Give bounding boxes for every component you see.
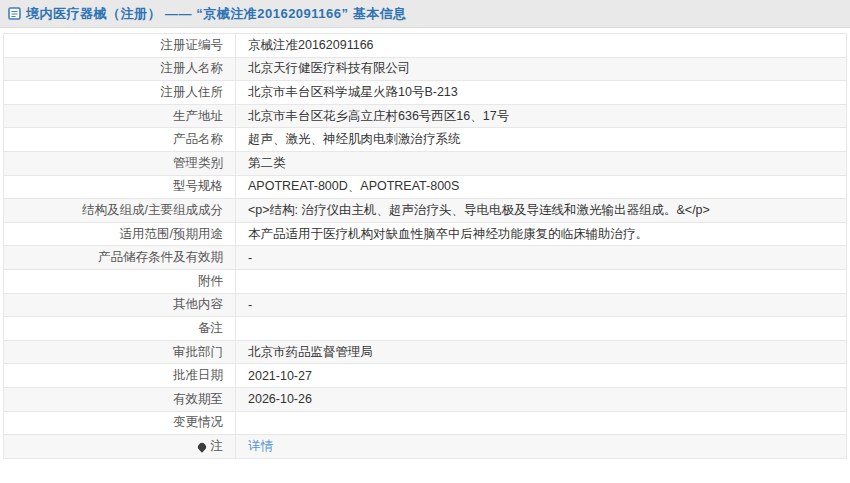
row-value: 京械注准20162091166 xyxy=(236,34,847,58)
row-value: 北京市药品监督管理局 xyxy=(236,340,847,364)
row-label: 注册人住所 xyxy=(4,81,236,105)
row-label: 附件 xyxy=(4,269,236,293)
table-row: 生产地址 北京市丰台区花乡高立庄村636号西区16、17号 xyxy=(4,104,847,128)
row-label: 产品名称 xyxy=(4,128,236,152)
row-label-text: 适用范围/预期用途 xyxy=(120,227,223,241)
page-title: 境内医疗器械（注册） —— “京械注准20162091166” 基本信息 xyxy=(26,5,407,23)
row-label: 适用范围/预期用途 xyxy=(4,222,236,246)
row-value: 本产品适用于医疗机构对缺血性脑卒中后神经功能康复的临床辅助治疗。 xyxy=(236,222,847,246)
table-row: 附件 xyxy=(4,269,847,293)
row-label: 变更情况 xyxy=(4,411,236,435)
row-label-text: 注册人住所 xyxy=(161,85,224,99)
row-value xyxy=(236,269,847,293)
row-label: 其他内容 xyxy=(4,293,236,317)
row-label-text: 注册证编号 xyxy=(161,38,224,52)
row-label: 产品储存条件及有效期 xyxy=(4,246,236,270)
table-row: 管理类别 第二类 xyxy=(4,151,847,175)
row-label: 有效期至 xyxy=(4,387,236,411)
row-label-text: 管理类别 xyxy=(173,156,223,170)
row-value: 第二类 xyxy=(236,151,847,175)
row-label-text: 产品储存条件及有效期 xyxy=(98,250,223,264)
table-row: 审批部门 北京市药品监督管理局 xyxy=(4,340,847,364)
detail-link[interactable]: 详情 xyxy=(248,439,273,453)
row-label: 管理类别 xyxy=(4,151,236,175)
row-label: 备注 xyxy=(4,317,236,341)
table-row: 注册证编号 京械注准20162091166 xyxy=(4,34,847,58)
row-value: 北京市丰台区花乡高立庄村636号西区16、17号 xyxy=(236,104,847,128)
row-label-text: 结构及组成/主要组成成分 xyxy=(82,203,223,217)
table-row: 注册人名称 北京天行健医疗科技有限公司 xyxy=(4,57,847,81)
row-value: 2021-10-27 xyxy=(236,364,847,388)
table-row: 有效期至 2026-10-26 xyxy=(4,387,847,411)
table-row: 其他内容 - xyxy=(4,293,847,317)
row-value: <p>结构: 治疗仪由主机、超声治疗头、导电电极及导连线和激光输出器组成。&</… xyxy=(236,199,847,223)
table-row: 注册人住所 北京市丰台区科学城星火路10号B-213 xyxy=(4,81,847,105)
row-value: 超声、激光、神经肌肉电刺激治疗系统 xyxy=(236,128,847,152)
row-label: 生产地址 xyxy=(4,104,236,128)
table-row: 产品名称 超声、激光、神经肌肉电刺激治疗系统 xyxy=(4,128,847,152)
table-row: 适用范围/预期用途 本产品适用于医疗机构对缺血性脑卒中后神经功能康复的临床辅助治… xyxy=(4,222,847,246)
row-label: 型号规格 xyxy=(4,175,236,199)
document-icon xyxy=(8,7,21,20)
row-label-text: 注 xyxy=(211,439,224,453)
row-label-text: 批准日期 xyxy=(173,368,223,382)
row-label-text: 产品名称 xyxy=(173,132,223,146)
table-row: 型号规格 APOTREAT-800D、APOTREAT-800S xyxy=(4,175,847,199)
row-value: 2026-10-26 xyxy=(236,387,847,411)
row-value: 北京天行健医疗科技有限公司 xyxy=(236,57,847,81)
row-value: - xyxy=(236,246,847,270)
row-label-text: 有效期至 xyxy=(173,392,223,406)
row-label-text: 型号规格 xyxy=(173,179,223,193)
row-value: 北京市丰台区科学城星火路10号B-213 xyxy=(236,81,847,105)
row-label-text: 生产地址 xyxy=(173,109,223,123)
row-label: 注册人名称 xyxy=(4,57,236,81)
pin-icon xyxy=(196,441,207,452)
row-label: 注 xyxy=(4,435,236,459)
row-value: - xyxy=(236,293,847,317)
row-label: 批准日期 xyxy=(4,364,236,388)
table-row: 注 详情 xyxy=(4,435,847,459)
row-value: APOTREAT-800D、APOTREAT-800S xyxy=(236,175,847,199)
row-label: 结构及组成/主要组成成分 xyxy=(4,199,236,223)
registration-info-table: 注册证编号 京械注准20162091166 注册人名称 北京天行健医疗科技有限公… xyxy=(3,33,847,459)
row-label-text: 注册人名称 xyxy=(161,61,224,75)
row-label-text: 其他内容 xyxy=(173,297,223,311)
row-value: 详情 xyxy=(236,435,847,459)
row-label: 审批部门 xyxy=(4,340,236,364)
row-label-text: 备注 xyxy=(198,321,223,335)
row-label-text: 变更情况 xyxy=(173,415,223,429)
table-row: 变更情况 xyxy=(4,411,847,435)
table-row: 备注 xyxy=(4,317,847,341)
table-row: 结构及组成/主要组成成分 <p>结构: 治疗仪由主机、超声治疗头、导电电极及导连… xyxy=(4,199,847,223)
row-label-text: 附件 xyxy=(198,274,223,288)
row-label: 注册证编号 xyxy=(4,34,236,58)
table-row: 产品储存条件及有效期 - xyxy=(4,246,847,270)
row-value xyxy=(236,411,847,435)
row-value xyxy=(236,317,847,341)
page-header: 境内医疗器械（注册） —— “京械注准20162091166” 基本信息 xyxy=(0,0,850,28)
info-table-body: 注册证编号 京械注准20162091166 注册人名称 北京天行健医疗科技有限公… xyxy=(4,34,847,459)
row-label-text: 审批部门 xyxy=(173,345,223,359)
table-row: 批准日期 2021-10-27 xyxy=(4,364,847,388)
